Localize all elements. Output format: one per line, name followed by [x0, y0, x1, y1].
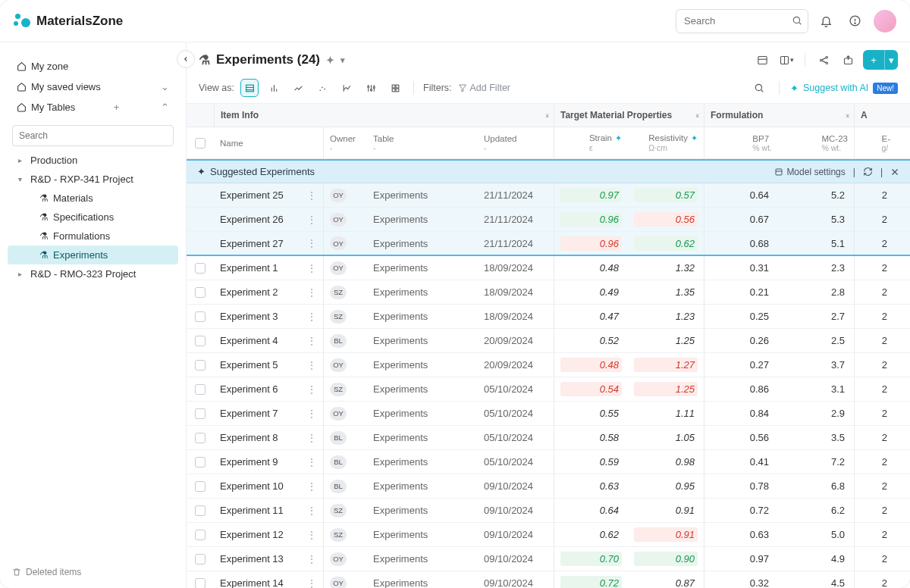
- chevron-down-icon[interactable]: ▾: [340, 55, 345, 65]
- col-updated[interactable]: Updated-: [484, 134, 516, 152]
- row-menu-icon[interactable]: ⋮: [306, 432, 317, 444]
- row-menu-icon[interactable]: ⋮: [306, 456, 317, 468]
- view-scatter-button[interactable]: [313, 79, 331, 97]
- col-resistivity[interactable]: Resistivity✦Ω·cm: [648, 133, 698, 152]
- plus-icon[interactable]: +: [114, 102, 120, 113]
- global-search[interactable]: [676, 9, 808, 33]
- row-menu-icon[interactable]: ⋮: [306, 286, 317, 299]
- table-row[interactable]: Experiment 11⋮ SZ Experiments 09/10/2024…: [187, 499, 910, 523]
- col-strain[interactable]: Strain✦ε: [589, 133, 622, 152]
- tree-formulations[interactable]: ⚗Formulations: [8, 227, 178, 246]
- row-menu-icon[interactable]: ⋮: [306, 577, 317, 589]
- table-row[interactable]: Experiment 25⋮ OY Experiments 21/11/2024…: [187, 183, 910, 208]
- row-menu-icon[interactable]: ⋮: [306, 335, 317, 347]
- global-search-input[interactable]: [676, 9, 808, 33]
- view-box-button[interactable]: [337, 79, 356, 97]
- row-checkbox[interactable]: [195, 311, 206, 322]
- col-table[interactable]: Table-: [373, 134, 394, 152]
- suggest-with-ai-button[interactable]: ✦ Suggest with AI New!: [790, 83, 898, 94]
- close-icon[interactable]: [890, 167, 899, 177]
- add-filter-button[interactable]: Add Filter: [458, 83, 511, 93]
- row-menu-icon[interactable]: ⋮: [306, 480, 317, 493]
- layout-icon[interactable]: [753, 51, 771, 69]
- nav-my-saved-views[interactable]: My saved views ⌄: [12, 77, 174, 97]
- row-menu-icon[interactable]: ⋮: [306, 237, 317, 249]
- row-menu-icon[interactable]: ⋮: [306, 189, 317, 202]
- table-row[interactable]: Experiment 8⋮ BL Experiments 05/10/2024 …: [187, 426, 910, 450]
- row-menu-icon[interactable]: ⋮: [306, 553, 317, 565]
- row-checkbox[interactable]: [195, 554, 206, 565]
- table-row[interactable]: Experiment 9⋮ BL Experiments 05/10/2024 …: [187, 450, 910, 474]
- share-icon[interactable]: [814, 51, 833, 69]
- table-row[interactable]: Experiment 2⋮ SZ Experiments 18/09/2024 …: [187, 280, 910, 305]
- row-checkbox[interactable]: [195, 481, 206, 492]
- collapse-sidebar-button[interactable]: [177, 50, 195, 68]
- tree-rmo-project[interactable]: ▸R&D - RMO-323 Project: [8, 264, 178, 283]
- collapse-group-icon[interactable]: ›‹: [846, 111, 848, 120]
- table-row[interactable]: Experiment 26⋮ OY Experiments 21/11/2024…: [187, 208, 910, 232]
- row-checkbox[interactable]: [195, 530, 206, 540]
- table-row[interactable]: Experiment 27⋮ OY Experiments 21/11/2024…: [187, 232, 910, 256]
- panel-icon[interactable]: ▾: [777, 51, 795, 69]
- row-checkbox[interactable]: [195, 408, 206, 419]
- row-menu-icon[interactable]: ⋮: [306, 311, 317, 323]
- row-menu-icon[interactable]: ⋮: [306, 408, 317, 420]
- table-row[interactable]: Experiment 12⋮ SZ Experiments 09/10/2024…: [187, 523, 910, 547]
- row-menu-icon[interactable]: ⋮: [306, 359, 317, 371]
- nav-my-zone[interactable]: My zone: [12, 56, 174, 77]
- tree-production[interactable]: ▸Production: [8, 151, 178, 170]
- user-avatar[interactable]: [874, 10, 896, 33]
- table-row[interactable]: Experiment 4⋮ BL Experiments 20/09/2024 …: [187, 329, 910, 353]
- row-checkbox[interactable]: [195, 578, 206, 589]
- collapse-group-icon[interactable]: ›‹: [545, 111, 548, 120]
- table-row[interactable]: Experiment 7⋮ OY Experiments 05/10/2024 …: [187, 402, 910, 426]
- col-owner[interactable]: Owner-: [330, 134, 356, 152]
- export-icon[interactable]: [839, 51, 857, 69]
- row-menu-icon[interactable]: ⋮: [306, 383, 317, 396]
- row-checkbox[interactable]: [195, 336, 206, 346]
- table-row[interactable]: Experiment 6⋮ SZ Experiments 05/10/2024 …: [187, 377, 910, 402]
- row-checkbox[interactable]: [195, 433, 206, 443]
- tree-experiments[interactable]: ⚗Experiments: [8, 246, 178, 264]
- sidebar-search-input[interactable]: [12, 125, 174, 146]
- select-all-checkbox[interactable]: [187, 127, 214, 158]
- table-row[interactable]: Experiment 14⋮ OY Experiments 09/10/2024…: [187, 571, 910, 588]
- model-settings-button[interactable]: Model settings: [774, 167, 845, 177]
- row-menu-icon[interactable]: ⋮: [306, 529, 317, 541]
- col-last[interactable]: E-g/: [882, 134, 891, 152]
- row-menu-icon[interactable]: ⋮: [306, 214, 317, 226]
- row-checkbox[interactable]: [195, 287, 206, 298]
- brand-logo[interactable]: MaterialsZone: [14, 12, 123, 30]
- tree-materials[interactable]: ⚗Materials: [8, 189, 178, 208]
- tree-specifications[interactable]: ⚗Specifications: [8, 208, 178, 227]
- row-checkbox[interactable]: [195, 505, 206, 516]
- row-checkbox[interactable]: [195, 360, 206, 371]
- help-icon[interactable]: [843, 10, 866, 33]
- table-row[interactable]: Experiment 1⋮ OY Experiments 18/09/2024 …: [187, 256, 910, 280]
- add-dropdown[interactable]: ▾: [884, 50, 898, 70]
- row-menu-icon[interactable]: ⋮: [306, 262, 317, 274]
- tree-rd-project[interactable]: ▾R&D - RXP-341 Project: [8, 170, 178, 189]
- table-row[interactable]: Experiment 3⋮ SZ Experiments 18/09/2024 …: [187, 305, 910, 329]
- row-menu-icon[interactable]: ⋮: [306, 505, 317, 517]
- row-checkbox[interactable]: [195, 457, 206, 468]
- notifications-icon[interactable]: [814, 10, 837, 33]
- view-bar-button[interactable]: [265, 79, 283, 97]
- view-line-button[interactable]: [289, 79, 307, 97]
- row-checkbox[interactable]: [195, 384, 206, 395]
- view-table-button[interactable]: [240, 79, 259, 97]
- deleted-items[interactable]: Deleted items: [12, 567, 81, 577]
- col-bp7[interactable]: BP7% wt.: [752, 134, 772, 152]
- row-checkbox[interactable]: [195, 263, 206, 274]
- view-grid-button[interactable]: [386, 79, 404, 97]
- col-name[interactable]: Name: [220, 139, 243, 148]
- table-row[interactable]: Experiment 5⋮ OY Experiments 20/09/2024 …: [187, 353, 910, 377]
- view-settings-button[interactable]: [362, 79, 380, 97]
- nav-my-tables[interactable]: My Tables + ⌃: [12, 97, 174, 117]
- refresh-icon[interactable]: [863, 167, 873, 177]
- table-row[interactable]: Experiment 10⋮ BL Experiments 09/10/2024…: [187, 474, 910, 499]
- collapse-group-icon[interactable]: ›‹: [695, 111, 698, 120]
- add-button[interactable]: +: [863, 50, 884, 70]
- col-mc23[interactable]: MC-23% wt.: [821, 134, 848, 152]
- table-row[interactable]: Experiment 13⋮ OY Experiments 09/10/2024…: [187, 547, 910, 571]
